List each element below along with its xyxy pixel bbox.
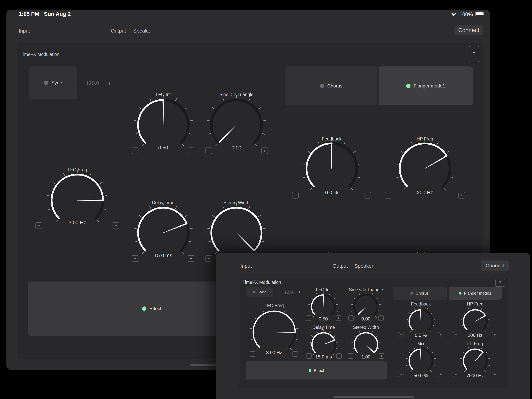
panel-title: TimeFX Modulation [242, 280, 281, 285]
help-button[interactable]: ? [469, 46, 479, 62]
tempo-decrement-button[interactable]: − [279, 290, 281, 295]
delay_time-increment-button[interactable]: + [336, 353, 342, 359]
sine_tri-knob-value: 0.00 [361, 316, 371, 322]
connect-button[interactable]: Connect [455, 25, 483, 35]
nav-item-output[interactable]: Output [333, 263, 348, 269]
delay_time-knob-value: 15.0 ms [315, 354, 332, 360]
lfo_int-increment-button[interactable]: + [188, 148, 194, 154]
feedback-decrement-button[interactable]: − [292, 192, 299, 199]
sync-toggle-card[interactable]: Sync [29, 66, 77, 99]
nav-item-output[interactable]: Output [111, 28, 126, 34]
hp_freq-decrement-button[interactable]: − [453, 332, 458, 337]
scroll-indicator[interactable] [190, 364, 219, 366]
delay_time-decrement-button[interactable]: − [132, 255, 139, 262]
chorus-label: Chorus [327, 83, 342, 89]
feedback-knob-label: Feedback [322, 136, 341, 142]
sine_tri-decrement-button[interactable]: − [205, 148, 212, 154]
mix-increment-button[interactable]: + [438, 372, 443, 377]
effect-label: Effect [314, 368, 324, 373]
nav-item-input[interactable]: Input [19, 28, 30, 34]
mode-button-chorus[interactable]: Chorus [393, 287, 447, 300]
stereo_width-increment-button[interactable]: + [379, 353, 384, 359]
sync-indicator-dot [253, 291, 255, 293]
feedback-decrement-button[interactable]: − [398, 332, 404, 337]
lfo_int-decrement-button[interactable]: − [132, 148, 139, 154]
stereo_width-knob-value: 1.00 [361, 354, 371, 360]
sync-indicator-dot [44, 81, 48, 85]
lfo_freq-increment-button[interactable]: + [292, 351, 298, 357]
lfo_freq-knob-label: LFO Freq [68, 167, 87, 172]
lp_freq-decrement-button[interactable]: − [453, 372, 458, 377]
wifi-icon [450, 11, 457, 18]
stereo_width-knob-label: Stereo Width [223, 200, 249, 205]
chorus-label: Chorus [416, 291, 429, 296]
nav-item-speaker[interactable]: Speaker [133, 28, 152, 34]
scroll-indicator[interactable] [333, 396, 414, 398]
lfo_int-knob-value: 0.50 [158, 145, 168, 151]
battery-icon [475, 12, 485, 18]
delay_time-knob-value: 15.0 ms [154, 252, 172, 258]
effect-indicator-dot [142, 306, 146, 311]
tempo-value: 120.0 [86, 80, 99, 86]
effect-indicator-dot [309, 369, 311, 372]
chorus-indicator-dot [320, 84, 324, 88]
lfo_freq-knob-label: LFO Freq [265, 303, 284, 308]
hp_freq-increment-button[interactable]: + [492, 332, 497, 337]
hp_freq-knob-label: HP Freq [467, 301, 483, 307]
mix-knob-label: Mix [417, 341, 424, 346]
delay_time-decrement-button[interactable]: − [306, 353, 311, 359]
flanger-indicator-dot [459, 292, 462, 295]
sine_tri-knob-label: Sine <-> Triangle [219, 92, 253, 97]
panel-title: TimeFX Modulation [21, 52, 59, 57]
lp_freq-increment-button[interactable]: + [492, 372, 497, 377]
feedback-increment-button[interactable]: + [365, 192, 371, 199]
tempo-value: 120.0 [284, 290, 295, 295]
lfo_int-knob-label: LFO Int [316, 287, 331, 292]
sine_tri-knob-label: Sine <-> Triangle [349, 287, 383, 292]
flanger-label: Flanger mode1 [414, 83, 445, 89]
stereo_width-decrement-button[interactable]: − [348, 353, 353, 359]
status-bar-left: 1:05 PM Sun Aug 2 [19, 11, 71, 17]
mode-button-flanger[interactable]: Flanger mode1 [449, 287, 502, 300]
lfo_freq-decrement-button[interactable]: − [250, 351, 255, 357]
mix-decrement-button[interactable]: − [398, 372, 404, 377]
sine_tri-decrement-button[interactable]: − [348, 315, 354, 321]
effect-toggle-card[interactable]: Effect [246, 361, 387, 380]
tempo-decrement-button[interactable]: − [74, 80, 77, 86]
lfo_freq-knob-value: 3.00 Hz [69, 219, 86, 225]
nav-item-speaker[interactable]: Speaker [355, 263, 373, 269]
status-time: 1:05 PM [19, 11, 39, 17]
hp_freq-decrement-button[interactable]: − [385, 192, 391, 199]
sync-label: Sync [257, 290, 266, 294]
battery-percent: 100% [459, 12, 473, 18]
connect-button[interactable]: Connect [481, 260, 509, 270]
hp_freq-knob-value: 200 Hz [468, 333, 482, 338]
lfo_freq-increment-button[interactable]: + [113, 222, 119, 229]
nav-item-input[interactable]: Input [241, 263, 252, 269]
tempo-increment-button[interactable]: + [298, 290, 301, 295]
feedback-increment-button[interactable]: + [438, 332, 443, 337]
tempo-increment-button[interactable]: + [108, 80, 111, 86]
lfo_freq-decrement-button[interactable]: − [35, 222, 42, 229]
feedback-knob-value: 0.0 % [415, 333, 427, 338]
flanger-label: Flanger mode1 [464, 291, 491, 296]
mode-button-flanger[interactable]: Flanger mode1 [379, 66, 473, 105]
sine_tri-increment-button[interactable]: + [378, 315, 384, 321]
hp_freq-increment-button[interactable]: + [458, 192, 465, 199]
delay_time-increment-button[interactable]: + [188, 255, 194, 262]
sine_tri-increment-button[interactable]: + [261, 148, 268, 154]
sine_tri-knob-value: 0.00 [232, 145, 241, 151]
help-button[interactable]: ? [495, 279, 505, 287]
mode-button-chorus[interactable]: Chorus [285, 66, 377, 105]
floating-app-window: Input Output Speaker Connect TimeFX Modu… [216, 253, 530, 399]
sync-toggle-card[interactable]: Sync [246, 287, 273, 297]
delay_time-knob-label: Delay Time [312, 325, 335, 330]
lfo_int-increment-button[interactable]: + [336, 315, 341, 321]
lp_freq-knob-value: 7000 Hz [466, 373, 484, 378]
stereo_width-decrement-button[interactable]: − [205, 255, 212, 262]
mix-knob-value: 50.0 % [414, 373, 428, 378]
lp_freq-knob-label: LP Freq [467, 341, 483, 346]
lfo_int-decrement-button[interactable]: − [306, 315, 311, 321]
feedback-knob-value: 0.0 % [325, 190, 338, 196]
effect-label: Effect [150, 306, 161, 311]
